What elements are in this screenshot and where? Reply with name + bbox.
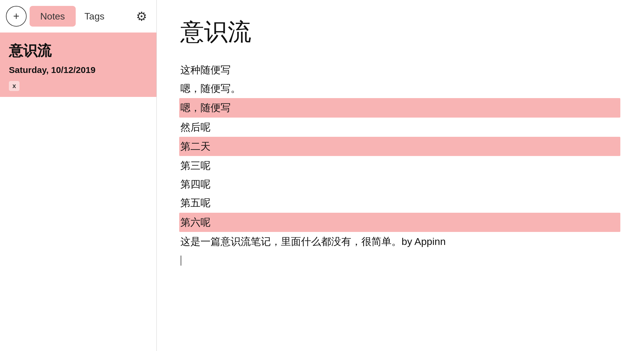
note-card-tag: x — [9, 81, 20, 91]
note-line: 第五呢 — [180, 194, 620, 212]
note-line: 第四呢 — [180, 175, 620, 193]
right-panel: 意识流 这种随便写嗯，随便写。嗯，随便写然后呢第二天第三呢第四呢第五呢第六呢这是… — [157, 0, 644, 351]
add-button[interactable]: + — [6, 6, 27, 27]
note-line: 第三呢 — [180, 157, 620, 175]
note-card-date: Saturday, 10/12/2019 — [9, 65, 148, 75]
tab-notes[interactable]: Notes — [30, 6, 76, 27]
note-editor-body[interactable]: 这种随便写嗯，随便写。嗯，随便写然后呢第二天第三呢第四呢第五呢第六呢这是一篇意识… — [180, 61, 620, 269]
note-line: 第二天 — [179, 137, 620, 156]
tag-remove-button[interactable]: x — [12, 82, 16, 90]
toolbar: + Notes Tags ⚙ — [0, 0, 156, 32]
note-editor-title[interactable]: 意识流 — [180, 18, 620, 46]
note-line: 嗯，随便写 — [179, 98, 620, 117]
text-cursor — [181, 256, 181, 266]
note-card[interactable]: 意识流 Saturday, 10/12/2019 x — [0, 32, 156, 97]
note-line: 第六呢 — [179, 213, 620, 232]
note-line: 嗯，随便写。 — [180, 79, 620, 98]
left-panel: + Notes Tags ⚙ 意识流 Saturday, 10/12/2019 … — [0, 0, 157, 351]
note-line: 然后呢 — [180, 118, 620, 136]
gear-button[interactable]: ⚙ — [133, 7, 151, 25]
note-line: 这种随便写 — [180, 61, 620, 79]
note-line: 这是一篇意识流笔记，里面什么都没有，很简单。by Appinn — [180, 233, 620, 251]
note-card-title: 意识流 — [9, 41, 148, 60]
tab-tags[interactable]: Tags — [79, 6, 111, 27]
